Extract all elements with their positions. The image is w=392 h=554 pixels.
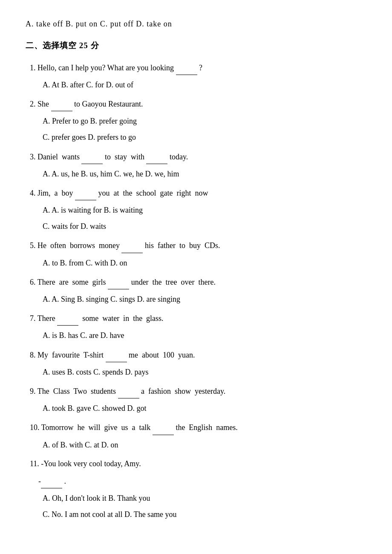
question-10-options: A. of B. with C. at D. on <box>30 438 366 452</box>
question-2: 2. She to Gaoyou Restaurant. A. Prefer t… <box>26 96 366 145</box>
question-10: 10. Tomorrow he will give us a talk the … <box>26 420 366 452</box>
question-4-options-b: C. waits for D. waits <box>30 219 366 234</box>
question-2-options-b: C. prefer goes D. prefers to go <box>30 130 366 144</box>
question-5-options: A. to B. from C. with D. on <box>30 256 366 270</box>
question-3-text: 3. Daniel wants to stay with today. <box>30 149 366 164</box>
question-1: 1. Hello, can I help you? What are you l… <box>26 60 366 92</box>
question-2-text: 2. She to Gaoyou Restaurant. <box>30 96 366 111</box>
question-7: 7. There some water in the glass. A. is … <box>26 311 366 343</box>
question-5-text: 5. He often borrows money his father to … <box>30 238 366 253</box>
question-3-options: A. A. us, he B. us, him C. we, he D. we,… <box>30 167 366 181</box>
question-4-text: 4. Jim, a boy you at the school gate rig… <box>30 185 366 200</box>
question-4: 4. Jim, a boy you at the school gate rig… <box>26 185 366 234</box>
question-6-options: A. A. Sing B. singing C. sings D. are si… <box>30 292 366 306</box>
section-title: 二、选择填空 25 分 <box>26 38 366 53</box>
question-9: 9. The Class Two students a fashion show… <box>26 384 366 416</box>
question-8: 8. My favourite T-shirt me about 100 yua… <box>26 347 366 379</box>
question-11-text: 11. -You look very cool today, Amy. <box>30 456 366 471</box>
question-1-options: A. At B. after C. for D. out of <box>30 78 366 92</box>
question-8-text: 8. My favourite T-shirt me about 100 yua… <box>30 347 366 362</box>
question-11-blank-line: - . <box>30 473 366 488</box>
question-7-text: 7. There some water in the glass. <box>30 311 366 326</box>
question-1-text: 1. Hello, can I help you? What are you l… <box>30 60 366 75</box>
question-9-options: A. took B. gave C. showed D. got <box>30 401 366 416</box>
question-9-text: 9. The Class Two students a fashion show… <box>30 384 366 398</box>
question-7-options: A. is B. has C. are D. have <box>30 328 366 343</box>
question-4-options-a: A. A. is waiting for B. is waiting <box>30 203 366 217</box>
top-options-line: A. take off B. put on C. put off D. take… <box>26 17 366 31</box>
question-10-text: 10. Tomorrow he will give us a talk the … <box>30 420 366 435</box>
question-5: 5. He often borrows money his father to … <box>26 238 366 270</box>
question-11: 11. -You look very cool today, Amy. - . … <box>26 456 366 522</box>
question-6-text: 6. There are some girls under the tree o… <box>30 274 366 289</box>
question-6: 6. There are some girls under the tree o… <box>26 274 366 306</box>
question-2-options-a: A. Prefer to go B. prefer going <box>30 114 366 128</box>
question-11-options-a: A. Oh, I don't look it B. Thank you <box>30 491 366 505</box>
question-3: 3. Daniel wants to stay with today. A. A… <box>26 149 366 181</box>
question-11-options-b: C. No. I am not cool at all D. The same … <box>30 507 366 522</box>
question-8-options: A. uses B. costs C. spends D. pays <box>30 365 366 379</box>
